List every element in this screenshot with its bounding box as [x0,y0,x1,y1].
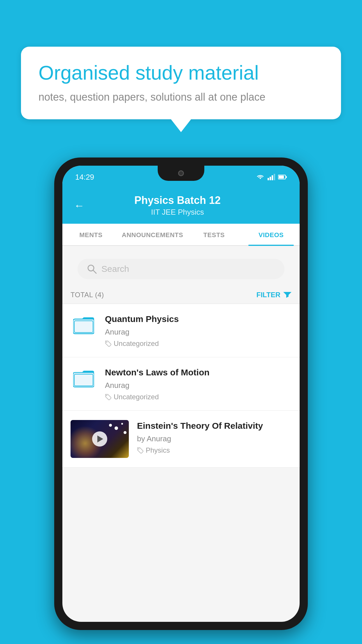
play-triangle [97,435,103,442]
phone-screen: 14:29 [62,166,300,622]
video-info: Einstein's Theory Of Relativity by Anura… [137,420,291,454]
svg-line-8 [93,270,96,273]
video-title: Einstein's Theory Of Relativity [137,420,291,431]
svg-point-16 [138,448,139,449]
svg-rect-6 [279,176,284,178]
video-title: Newton's Laws of Motion [105,367,291,378]
filter-bar: TOTAL (4) FILTER [62,286,300,304]
status-icons [256,174,287,180]
tag-icon [105,340,111,347]
svg-rect-1 [270,177,271,180]
video-tag: Uncategorized [105,393,291,401]
video-list: Quantum Physics Anurag Uncategorized [62,304,300,468]
search-placeholder: Search [101,264,129,274]
folder-icon [73,369,94,388]
tag-label: Uncategorized [114,393,159,401]
wifi-icon [256,174,265,180]
app-header: ← Physics Batch 12 IIT JEE Physics [62,188,300,224]
search-bar[interactable]: Search [78,259,284,279]
video-author: Anurag [105,381,291,390]
svg-rect-3 [274,174,275,180]
video-info: Newton's Laws of Motion Anurag Uncategor… [105,367,291,401]
tabs-bar: MENTS ANNOUNCEMENTS TESTS VIDEOS [62,224,300,246]
phone-frame: 14:29 [54,158,308,630]
folder-icon-container [71,313,97,334]
header-title-block: Physics Batch 12 IIT JEE Physics [92,194,263,217]
status-time: 14:29 [75,173,94,182]
svg-rect-0 [268,178,269,180]
video-thumbnail [71,420,129,458]
speech-bubble-card: Organised study material notes, question… [21,47,341,119]
svg-point-15 [106,395,107,396]
signal-icon [268,174,275,180]
tag-icon [105,394,111,400]
front-camera [178,170,184,176]
header-title: Physics Batch 12 [92,194,263,206]
video-info: Quantum Physics Anurag Uncategorized [105,313,291,348]
filter-label: FILTER [256,291,280,299]
status-bar: 14:29 [62,166,300,188]
video-author: by Anurag [137,434,291,443]
tab-ments[interactable]: MENTS [62,224,120,245]
video-item[interactable]: Newton's Laws of Motion Anurag Uncategor… [62,357,300,411]
filter-button[interactable]: FILTER [256,291,291,299]
star-dots [121,423,123,425]
svg-rect-2 [272,175,273,180]
folder-icon-container [71,367,97,388]
total-count: TOTAL (4) [71,291,104,299]
play-button[interactable] [92,431,107,447]
video-item[interactable]: Quantum Physics Anurag Uncategorized [62,304,300,357]
notch [158,166,204,181]
tag-label: Uncategorized [114,340,159,348]
tab-videos[interactable]: VIDEOS [242,224,300,245]
svg-rect-11 [74,321,93,332]
video-title: Quantum Physics [105,313,291,325]
bubble-title: Organised study material [38,61,324,84]
filter-icon [283,291,291,298]
tab-tests[interactable]: TESTS [185,224,242,245]
svg-rect-5 [286,176,287,178]
svg-rect-14 [74,374,93,386]
folder-icon [73,316,94,334]
video-author: Anurag [105,328,291,337]
tag-icon [137,447,143,454]
bubble-subtitle: notes, question papers, solutions all at… [38,91,324,103]
video-tag: Physics [137,446,291,454]
back-button[interactable]: ← [74,200,85,212]
search-icon [87,264,97,274]
header-subtitle: IIT JEE Physics [92,208,263,217]
battery-icon [278,174,287,180]
tab-announcements[interactable]: ANNOUNCEMENTS [120,224,186,245]
svg-point-12 [106,342,107,343]
tag-label: Physics [146,446,170,454]
video-tag: Uncategorized [105,340,291,348]
video-item[interactable]: Einstein's Theory Of Relativity by Anura… [62,411,300,468]
